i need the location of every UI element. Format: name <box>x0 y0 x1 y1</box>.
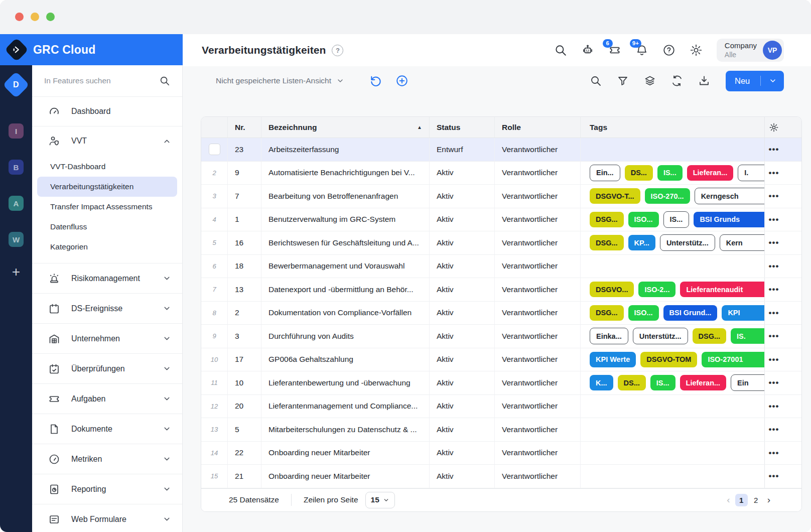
column-settings-gear-icon[interactable] <box>769 122 779 132</box>
page-number-1[interactable]: 1 <box>735 494 748 506</box>
row-actions-menu-icon[interactable]: ••• <box>769 355 779 364</box>
sidebar-item-reporting[interactable]: Reporting <box>32 474 182 504</box>
workspace-item-a[interactable]: A <box>9 196 24 211</box>
table-row[interactable]: 82Dokumentation von Compliance-Vorfällen… <box>201 302 801 325</box>
filter-icon[interactable] <box>617 75 629 87</box>
sidebar-subitem-transfer-impact-assessments[interactable]: Transfer Impact Assessments <box>37 197 177 217</box>
sidebar-subitem-verarbeitungst-tigkeiten[interactable]: Verarbeitungstätigkeiten <box>37 177 177 197</box>
tag-chip[interactable]: DSGVO... <box>590 282 634 297</box>
sidebar-item-unternehmen[interactable]: Unternehmen <box>32 323 182 353</box>
rows-per-page-select[interactable]: 15 <box>365 492 395 508</box>
tag-chip[interactable]: IS... <box>657 165 683 181</box>
tag-chip[interactable]: K... <box>590 375 613 390</box>
workspace-item-i[interactable]: I <box>9 123 24 139</box>
row-actions-menu-icon[interactable]: ••• <box>769 402 779 411</box>
table-row[interactable]: 1422Onboarding neuer MitarbeiterAktivVer… <box>201 442 801 465</box>
settings-gear-icon[interactable] <box>690 44 703 57</box>
notifications-bell-icon[interactable]: 9+ <box>635 44 648 57</box>
tag-chip[interactable]: Kerngesch <box>695 188 765 204</box>
table-row[interactable]: 135Mitarbeiterschulungen zu Datenschutz … <box>201 418 801 442</box>
tag-chip[interactable]: DS... <box>625 165 653 181</box>
page-previous-icon[interactable]: ‹ <box>727 494 730 505</box>
row-actions-menu-icon[interactable]: ••• <box>769 169 779 177</box>
tag-chip[interactable]: DSG... <box>590 305 624 321</box>
tag-chip[interactable]: ISO... <box>628 212 659 227</box>
page-number-2[interactable]: 2 <box>750 494 762 506</box>
workspace-item-d[interactable]: D <box>3 71 30 98</box>
table-row[interactable]: 1110Lieferantenbewertung und -überwachun… <box>201 371 801 395</box>
table-row[interactable]: 713Datenexport und -übermittlung an Behö… <box>201 278 801 302</box>
tag-chip[interactable]: DS... <box>618 375 646 390</box>
tag-chip[interactable]: IS. <box>731 328 765 344</box>
sidebar-item-berpr-fungen[interactable]: Überprüfungen <box>32 353 182 383</box>
row-checkbox[interactable] <box>209 144 220 155</box>
table-search-icon[interactable] <box>590 75 602 87</box>
company-scope-selector[interactable]: Company Alle VP <box>717 39 784 62</box>
workspace-item-w[interactable]: W <box>9 232 24 247</box>
tag-chip[interactable]: DSGVO-T... <box>590 188 640 204</box>
sidebar-item-risikomanagement[interactable]: Risikomanagement <box>32 263 182 293</box>
add-workspace-button[interactable]: + <box>12 265 20 279</box>
tag-chip[interactable]: ISO... <box>628 305 659 321</box>
table-row[interactable]: 1220Lieferantenmanagement und Compliance… <box>201 395 801 419</box>
tag-chip[interactable]: BSI Grunds <box>694 212 765 227</box>
tag-chip[interactable]: Einka... <box>590 328 628 344</box>
tag-chip[interactable]: ISO-270... <box>645 188 690 204</box>
tag-chip[interactable]: Lieferan... <box>680 375 727 390</box>
tag-chip[interactable]: DSGVO-TOM <box>640 352 697 367</box>
tag-chip[interactable]: Ein <box>731 374 765 391</box>
tag-chip[interactable]: I. <box>738 165 765 181</box>
undo-icon[interactable] <box>369 74 382 87</box>
download-icon[interactable] <box>698 75 710 87</box>
sidebar-item-ds-ereignisse[interactable]: DS-Ereignisse <box>32 293 182 323</box>
table-row[interactable]: 1521Onboarding neuer MitarbeiterAktivVer… <box>201 465 801 488</box>
row-actions-menu-icon[interactable]: ••• <box>769 332 779 340</box>
column-header-nr[interactable]: Nr. <box>228 117 261 138</box>
sidebar-item-aufgaben[interactable]: Aufgaben <box>32 383 182 414</box>
help-icon[interactable] <box>662 44 675 57</box>
sidebar-subitem-vvt-dashboard[interactable]: VVT-Dashboard <box>37 157 177 177</box>
tickets-icon[interactable]: 6 <box>608 44 621 57</box>
tag-chip[interactable]: KPI <box>722 305 765 321</box>
tag-chip[interactable]: DSG... <box>590 235 624 250</box>
table-row[interactable]: 29Automatisierte Benachrichtigungen bei … <box>201 162 801 185</box>
tag-chip[interactable]: DSG... <box>590 212 624 227</box>
tag-chip[interactable]: IS... <box>663 211 690 228</box>
table-row[interactable]: 41Benutzerverwaltung im GRC-SystemAktivV… <box>201 208 801 232</box>
row-actions-menu-icon[interactable]: ••• <box>769 285 779 294</box>
row-actions-menu-icon[interactable]: ••• <box>769 449 779 457</box>
sort-ascending-icon[interactable]: ▲ <box>417 124 422 130</box>
column-header-status[interactable]: Status <box>430 117 495 138</box>
row-actions-menu-icon[interactable]: ••• <box>769 215 779 224</box>
row-actions-menu-icon[interactable]: ••• <box>769 472 779 480</box>
sidebar-item-metriken[interactable]: Metriken <box>32 444 182 474</box>
tag-chip[interactable]: IS... <box>650 375 675 390</box>
group-layers-icon[interactable] <box>644 75 656 87</box>
tag-chip[interactable]: Kern <box>720 234 765 251</box>
row-actions-menu-icon[interactable]: ••• <box>769 192 779 200</box>
sidebar-subitem-datenfluss[interactable]: Datenfluss <box>37 217 177 237</box>
row-actions-menu-icon[interactable]: ••• <box>769 262 779 271</box>
tag-chip[interactable]: ISO-2... <box>638 282 675 297</box>
user-avatar[interactable]: VP <box>763 41 782 60</box>
tag-chip[interactable]: KPI Werte <box>590 352 636 367</box>
row-actions-menu-icon[interactable]: ••• <box>769 238 779 247</box>
row-actions-menu-icon[interactable]: ••• <box>769 425 779 434</box>
column-header-bezeichnung[interactable]: Bezeichnung ▲ <box>261 117 430 138</box>
workspace-item-b[interactable]: B <box>9 160 24 175</box>
table-row[interactable]: 618Bewerbermanagement und VorauswahlAkti… <box>201 255 801 279</box>
sidebar-item-web-formulare[interactable]: Web Formulare <box>32 504 182 532</box>
sidebar-item-dashboard[interactable]: Dashboard <box>32 97 182 126</box>
traffic-light-zoom[interactable] <box>46 13 55 21</box>
tag-chip[interactable]: KP... <box>628 235 655 250</box>
assistant-bot-icon[interactable] <box>581 44 594 57</box>
sidebar-search-input[interactable]: In Features suchen <box>32 65 182 97</box>
add-view-icon[interactable] <box>395 74 409 87</box>
column-settings[interactable] <box>764 117 783 138</box>
table-row[interactable]: 1017GP006a GehaltszahlungAktivVerantwort… <box>201 348 801 372</box>
refresh-icon[interactable] <box>671 75 683 87</box>
tag-chip[interactable]: Lieferantenaudit <box>680 282 765 297</box>
table-row[interactable]: 23ArbeitszeiterfassungEntwurfVerantwortl… <box>201 138 801 162</box>
traffic-light-close[interactable] <box>15 13 24 21</box>
sidebar-subitem-kategorien[interactable]: Kategorien <box>37 237 177 257</box>
